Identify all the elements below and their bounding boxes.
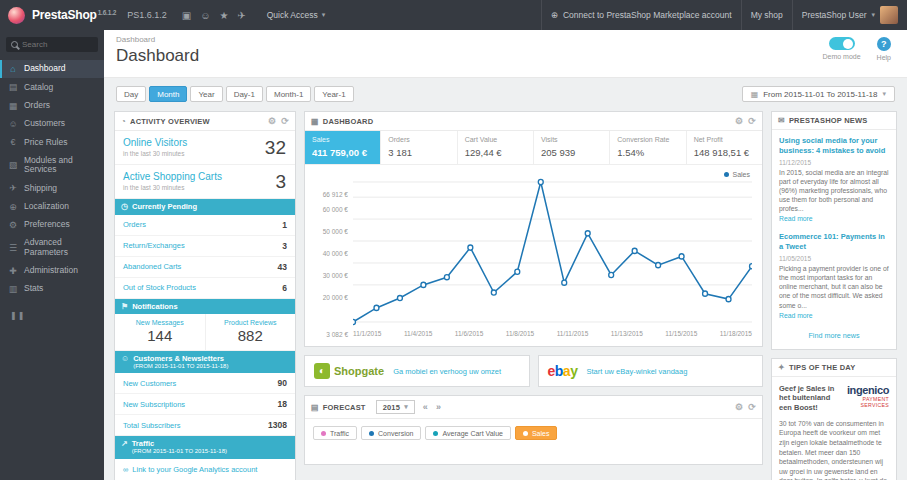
sidebar-collapse-button[interactable]: ❚❚ [10,311,104,320]
forecast-year-select[interactable]: 2015 ▾ [376,400,415,414]
help-icon[interactable]: ? [877,37,891,51]
cart-icon[interactable]: ▣ [182,10,191,21]
marketplace-link[interactable]: ⊕ Connect to PrestaShop Marketplace acco… [541,0,741,30]
shopgate-link[interactable]: Ga mobiel en verhoog uw omzet [393,367,501,376]
range-button-year-1[interactable]: Year-1 [314,86,353,102]
right-column: ✉ PRESTASHOP NEWS Using social media for… [771,111,897,480]
legend-label: Traffic [330,430,349,437]
row-value: 3 [282,241,287,251]
forecast-legend-conversion[interactable]: Conversion [361,426,421,440]
online-visitors-stat[interactable]: Online Visitors in the last 30 minutes 3… [115,131,295,165]
pending-row-orders[interactable]: Orders 1 [115,215,295,236]
sidebar-item-orders[interactable]: ▦ Orders [0,97,104,115]
sidebar-item-modules[interactable]: ▧ Modules and Services [0,152,104,180]
find-more-news-link[interactable]: Find more news [779,329,889,345]
pending-row-out-of-stock[interactable]: Out of Stock Products 6 [115,278,295,299]
kpi-net-profit[interactable]: Net Profit 148 918,51 € [687,131,762,164]
pending-row-returns[interactable]: Return/Exchanges 3 [115,236,295,257]
forecast-legend-average-cart-value[interactable]: Average Cart Value [425,426,510,440]
forecast-legend-sales[interactable]: Sales [515,426,558,440]
shop-name[interactable]: PS1.6.1.2 [127,10,167,20]
forecast-icon: ▤ [311,403,319,412]
kpi-value: 1.54% [617,147,678,158]
kpi-cart-value[interactable]: Cart Value 129,44 € [458,131,534,164]
row-label: New Customers [123,379,176,388]
article-title[interactable]: Using social media for your business: 4 … [779,136,889,156]
read-more-link[interactable]: Read more [779,215,813,222]
refresh-icon[interactable]: ⟳ [748,116,756,126]
google-analytics-link[interactable]: ∞ Link to your Google Analytics account [115,459,295,480]
range-button-month-1[interactable]: Month-1 [266,86,311,102]
range-button-year[interactable]: Year [190,86,222,102]
kpi-visits[interactable]: Visits 205 939 [534,131,610,164]
range-button-day[interactable]: Day [116,86,146,102]
kpi-orders[interactable]: Orders 3 181 [381,131,457,164]
my-shop-link[interactable]: My shop [741,0,792,30]
x-tick-label: 11/8/2015 [506,330,534,337]
next-year-button[interactable]: » [436,402,441,412]
star-icon[interactable]: ★ [219,10,228,21]
sidebar-item-advanced-parameters[interactable]: ☰ Advanced Parameters [0,234,104,262]
cell-label: New Messages [117,319,203,326]
kpi-sales[interactable]: Sales 411 759,00 € [305,131,381,164]
sidebar-item-label: Price Rules [24,138,67,148]
read-more-link[interactable]: Read more [779,312,813,319]
news-article: Using social media for your business: 4 … [779,136,889,223]
kpi-value: 3 181 [388,147,449,158]
stat-label: Online Visitors [123,137,287,148]
previous-year-button[interactable]: « [423,402,428,412]
user-menu[interactable]: PrestaShop User ▾ [792,0,907,30]
range-button-month[interactable]: Month [149,86,187,102]
gear-icon[interactable]: ⚙ [735,116,743,126]
search-input[interactable] [22,40,90,49]
logo-text[interactable]: PrestaShop1.6.1.2 [32,8,116,22]
refresh-icon[interactable]: ⟳ [281,116,289,126]
sidebar-item-administration[interactable]: ✚ Administration [0,262,104,280]
panel-actions: ⚙ ⟳ [735,402,756,412]
sidebar-item-dashboard[interactable]: ⌂ Dashboard [0,60,104,78]
range-button-day-1[interactable]: Day-1 [226,86,263,102]
sidebar-item-label: Catalog [24,83,53,93]
sidebar-item-preferences[interactable]: ⚙ Preferences [0,216,104,234]
plane-icon[interactable]: ✈ [237,10,245,21]
clock-icon: ◷ [121,202,128,212]
product-reviews-cell[interactable]: Product Reviews 882 [205,314,296,350]
section-subtitle: (FROM 2015-11-01 TO 2015-11-18) [133,363,228,370]
main-content: Dashboard Dashboard Demo mode ? Help Day… [104,30,907,480]
forecast-legend-traffic[interactable]: Traffic [313,426,357,440]
kpi-conversion-rate[interactable]: Conversion Rate 1.54% [610,131,686,164]
breadcrumb[interactable]: Dashboard [116,35,895,44]
quick-access-menu[interactable]: Quick Access ▾ [261,0,332,30]
prestashop-logo-icon[interactable] [8,7,25,24]
sidebar-item-customers[interactable]: ☺ Customers [0,115,104,133]
gear-icon[interactable]: ⚙ [268,116,276,126]
news-icon: ✉ [778,116,785,125]
topbar: PrestaShop1.6.1.2 PS1.6.1.2 ▣ ☺ ★ ✈ Quic… [0,0,907,30]
sidebar-item-price-rules[interactable]: € Price Rules [0,133,104,151]
article-title[interactable]: Ecommerce 101: Payments in a Tweet [779,232,889,252]
news-panel-title: PRESTASHOP NEWS [789,116,868,125]
active-carts-stat[interactable]: Active Shopping Carts in the last 30 min… [115,165,295,199]
sidebar-item-stats[interactable]: ▥ Stats [0,280,104,298]
legend-label: Average Cart Value [442,430,502,437]
sidebar-search[interactable] [6,37,98,52]
person-icon[interactable]: ☺ [200,10,210,21]
avatar [880,6,898,24]
refresh-icon[interactable]: ⟳ [748,402,756,412]
customers-row-total-subscribers[interactable]: Total Subscribers 1308 [115,415,295,436]
dashboard-grid-icon: ▦ [311,117,319,126]
demo-mode-toggle[interactable] [829,37,855,50]
customers-row-new-customers[interactable]: New Customers 90 [115,373,295,394]
pending-row-abandoned-carts[interactable]: Abandoned Carts 43 [115,257,295,278]
gear-icon[interactable]: ⚙ [735,402,743,412]
chart-legend[interactable]: Sales [724,171,750,178]
new-messages-cell[interactable]: New Messages 144 [115,314,205,350]
sales-chart-wrap: 66 912 €60 000 €50 000 €40 000 €30 000 €… [305,165,762,327]
ebay-link[interactable]: Start uw eBay-winkel vandaag [586,367,687,376]
customers-row-new-subscriptions[interactable]: New Subscriptions 18 [115,394,295,415]
sidebar-item-catalog[interactable]: ▤ Catalog [0,78,104,96]
ebay-promo: ebay Start uw eBay-winkel vandaag [538,355,764,387]
date-range-picker[interactable]: ▦ From 2015-11-01 To 2015-11-18 ▾ [742,86,895,102]
sidebar-item-localization[interactable]: ⊕ Localization [0,198,104,216]
sidebar-item-shipping[interactable]: ✈ Shipping [0,179,104,197]
